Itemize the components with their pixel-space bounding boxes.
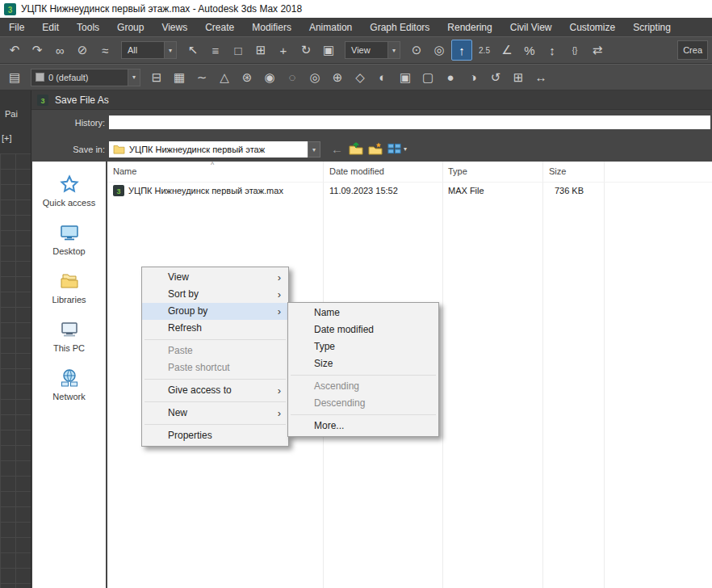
max-file-icon: 3 [37, 94, 48, 106]
curve-editor-icon[interactable]: ∼ [191, 67, 212, 88]
menu-item[interactable]: File [0, 18, 33, 36]
shapes-icon[interactable]: ◌ [282, 67, 303, 88]
save-in-dropdown[interactable]: УЦПК Нижнеудинск первый этаж [109, 141, 308, 158]
systems-icon[interactable]: ◇ [350, 67, 371, 88]
render-iterative-icon[interactable]: ◑ [463, 67, 484, 88]
menu-item[interactable]: Group [108, 18, 153, 36]
rendered-frame-icon[interactable]: ▢ [417, 67, 438, 88]
viewport-label[interactable]: [+] [2, 133, 12, 143]
sidebar-item-desktop[interactable]: Desktop [32, 218, 106, 267]
context-menu-item-paste-shortcut[interactable]: Paste shortcut [142, 359, 288, 376]
bind-to-space-warp-icon[interactable]: ≈ [94, 40, 115, 61]
this-pc-icon [60, 319, 79, 340]
submenu-item-name[interactable]: Name [288, 304, 438, 321]
context-menu-item-give-access-to[interactable]: Give access to › [142, 382, 288, 399]
window-crossing-icon[interactable]: ⊞ [250, 40, 271, 61]
submenu-arrow-icon: › [278, 405, 281, 422]
history-dropdown[interactable] [109, 116, 710, 129]
submenu-item-date-modified[interactable]: Date modified [288, 321, 438, 338]
column-header-size[interactable]: Size [549, 166, 566, 176]
arc-rotate-icon[interactable]: ↺ [485, 67, 506, 88]
submenu-item-descending[interactable]: Descending [288, 395, 438, 412]
menu-item-label: Type [314, 341, 335, 352]
submenu-item-ascending[interactable]: Ascending [288, 378, 438, 395]
graphite-ribbon-icon[interactable]: ▦ [169, 67, 190, 88]
scene-explorer-icon[interactable]: ▤ [4, 67, 25, 88]
sidebar-item-this-pc[interactable]: This PC [32, 315, 106, 363]
select-and-move-icon[interactable]: + [273, 40, 294, 61]
menu-item[interactable]: Customize [561, 18, 625, 36]
submenu-arrow-icon: › [278, 382, 281, 399]
select-and-manipulate-icon[interactable]: ◎ [429, 40, 450, 61]
menu-item[interactable]: Rendering [438, 18, 500, 36]
menu-item[interactable]: Create [196, 18, 243, 36]
layer-dropdown[interactable]: 0 (default) ▾ [31, 69, 140, 86]
named-selection-sets-icon[interactable]: {} [564, 40, 585, 61]
render-setup-icon[interactable]: ▣ [395, 67, 416, 88]
select-and-rotate-icon[interactable]: ↻ [295, 40, 316, 61]
menu-item[interactable]: Tools [68, 18, 108, 36]
helpers-icon[interactable]: ⊕ [327, 67, 348, 88]
up-one-level-icon[interactable] [349, 142, 363, 155]
create-selection-set-field[interactable]: Crea [677, 40, 708, 60]
material-editor-icon[interactable]: ◐ [372, 67, 393, 88]
column-header-name[interactable]: Name [113, 166, 136, 176]
select-and-link-icon[interactable]: ∞ [49, 40, 70, 61]
selection-filter-dropdown[interactable]: All ▾ [121, 41, 177, 59]
menu-item[interactable]: Animation [300, 18, 361, 36]
percent-snap-icon[interactable]: % [519, 40, 540, 61]
menu-item[interactable]: Views [153, 18, 196, 36]
file-list-header: ^ Name Date modified Type Size [107, 162, 712, 183]
context-menu-item-new[interactable]: New › [142, 405, 288, 422]
create-new-folder-icon[interactable] [368, 142, 383, 155]
back-icon[interactable]: ← [331, 142, 343, 156]
context-menu-item-paste[interactable]: Paste [142, 342, 288, 359]
panel-tab-label[interactable]: Pai [5, 109, 18, 119]
context-menu-item-properties[interactable]: Properties [142, 427, 288, 444]
cameras-icon[interactable]: ◎ [304, 67, 325, 88]
angle-snap-icon[interactable]: ∠ [496, 40, 517, 61]
column-header-date-modified[interactable]: Date modified [329, 166, 384, 176]
column-header-type[interactable]: Type [448, 166, 467, 176]
sidebar-item-network[interactable]: Network [32, 363, 106, 412]
select-by-name-icon[interactable]: ≡ [205, 40, 226, 61]
view-menu-icon[interactable]: ▾ [387, 143, 407, 154]
submenu-item-size[interactable]: Size [288, 355, 438, 372]
context-menu-item-group-by[interactable]: Group by › [142, 303, 288, 320]
save-in-arrow-icon[interactable]: ▾ [308, 141, 320, 158]
svg-text:3: 3 [116, 187, 120, 195]
menubar: FileEditToolsGroupViewsCreateModifiersAn… [0, 18, 712, 37]
pan-view-icon[interactable]: ↔ [530, 67, 551, 88]
menu-item[interactable]: Modifiers [243, 18, 300, 36]
render-production-icon[interactable]: ● [440, 67, 461, 88]
menu-item[interactable]: Scripting [624, 18, 680, 36]
select-object-icon[interactable]: ↖ [182, 40, 203, 61]
menu-item[interactable]: Civil View [501, 18, 561, 36]
context-menu-item-refresh[interactable]: Refresh [142, 320, 288, 337]
redo-icon[interactable]: ↷ [27, 40, 48, 61]
menu-item[interactable]: Edit [33, 18, 68, 36]
light-icon[interactable]: ⊛ [237, 67, 258, 88]
manage-layers-icon[interactable]: ⊟ [146, 67, 167, 88]
file-row[interactable]: 3 УЦПК Нижнеудинск первый этаж.max 11.09… [107, 182, 712, 200]
maximize-viewport-icon[interactable]: ⊞ [508, 67, 529, 88]
mirror-icon[interactable]: ⇄ [587, 40, 608, 61]
selection-region-icon[interactable]: □ [228, 40, 249, 61]
undo-icon[interactable]: ↶ [4, 40, 25, 61]
keyboard-override-toggle-icon[interactable]: ↑ [451, 40, 472, 61]
submenu-item-more[interactable]: More... [288, 418, 438, 435]
sidebar-item-libraries[interactable]: Libraries [32, 267, 106, 315]
snaps-toggle-icon[interactable]: 2.5 [474, 40, 495, 61]
use-pivot-center-icon[interactable]: ⊙ [406, 40, 427, 61]
reference-coordinate-dropdown[interactable]: View ▾ [345, 41, 400, 59]
submenu-item-type[interactable]: Type [288, 338, 438, 355]
menu-item[interactable]: Graph Editors [361, 18, 438, 36]
geometry-icon[interactable]: ◉ [259, 67, 280, 88]
spinner-snap-icon[interactable]: ↕ [542, 40, 563, 61]
unlink-selection-icon[interactable]: ⊘ [72, 40, 93, 61]
context-menu-item-sort-by[interactable]: Sort by › [142, 286, 288, 303]
context-menu-item-view[interactable]: View › [142, 269, 288, 286]
schematic-view-icon[interactable]: △ [214, 67, 235, 88]
select-and-scale-icon[interactable]: ▣ [318, 40, 339, 61]
sidebar-item-quick-access[interactable]: Quick access [32, 170, 106, 218]
